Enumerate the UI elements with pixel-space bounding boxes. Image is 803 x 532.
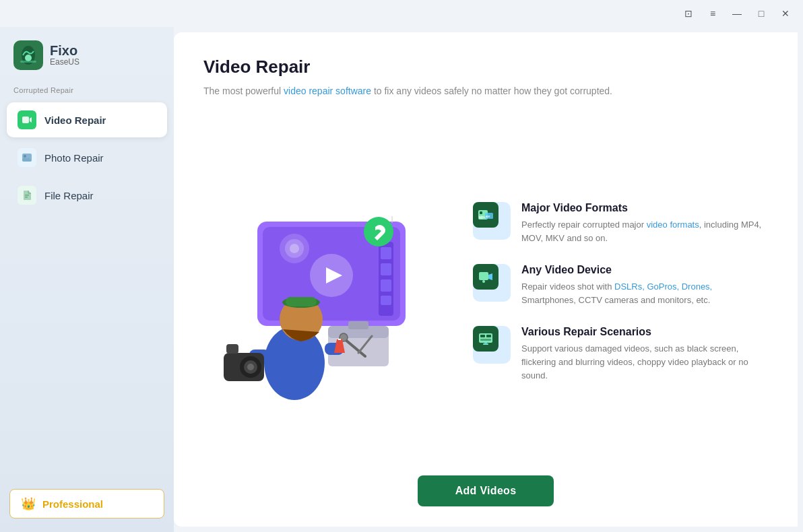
file-repair-icon xyxy=(18,186,36,205)
svg-rect-18 xyxy=(381,263,391,275)
svg-rect-29 xyxy=(286,297,317,306)
video-repair-label: Video Repair xyxy=(44,114,106,126)
pro-label: Professional xyxy=(42,498,103,510)
svg-rect-17 xyxy=(381,247,391,259)
logo-text: Fixo EaseUS xyxy=(50,44,79,67)
photo-repair-label: Photo Repair xyxy=(44,152,104,164)
close-button[interactable]: ✕ xyxy=(776,4,795,23)
svg-text:MP4: MP4 xyxy=(479,215,486,220)
feature-item-device: Any Video Device Repair videos shot with… xyxy=(473,264,768,307)
svg-rect-40 xyxy=(480,211,482,214)
sidebar-item-file-repair[interactable]: File Repair xyxy=(7,178,167,213)
app-container: Fixo EaseUS Corrupted Repair Video Repai… xyxy=(0,27,803,532)
features-list: MP4 AVI Major Video Formats Perfectly re… xyxy=(473,195,768,383)
svg-rect-50 xyxy=(480,339,491,341)
sidebar: Fixo EaseUS Corrupted Repair Video Repai… xyxy=(0,27,174,532)
page-subtitle: The most powerful video repair software … xyxy=(203,84,768,98)
svg-rect-49 xyxy=(486,335,491,337)
feature-desc-formats: Perfectly repair corrupted major video f… xyxy=(521,218,768,245)
app-name: Fixo xyxy=(50,44,79,57)
svg-rect-48 xyxy=(480,335,485,337)
svg-rect-3 xyxy=(20,61,36,63)
feature-item-scenarios: Various Repair Scenarios Support various… xyxy=(473,326,768,383)
svg-rect-20 xyxy=(381,296,391,305)
svg-point-34 xyxy=(247,364,254,370)
minimize-button[interactable]: — xyxy=(728,4,746,23)
svg-rect-35 xyxy=(226,344,238,354)
svg-rect-7 xyxy=(25,195,29,196)
bottom-area: Add Videos xyxy=(203,459,768,506)
subtitle-text-start: The most powerful xyxy=(203,86,284,96)
feature-icon-scenarios xyxy=(473,326,511,364)
sidebar-item-photo-repair[interactable]: Photo Repair xyxy=(7,140,167,175)
svg-rect-52 xyxy=(484,343,487,344)
svg-point-46 xyxy=(482,280,485,283)
svg-rect-19 xyxy=(381,279,391,292)
feature-icon-formats: MP4 AVI xyxy=(473,202,511,240)
section-label: Corrupted Repair xyxy=(0,86,174,101)
restore-button[interactable]: ⊡ xyxy=(679,4,698,23)
svg-rect-8 xyxy=(25,197,28,198)
file-repair-label: File Repair xyxy=(44,190,94,201)
photo-repair-icon xyxy=(18,148,36,167)
video-repair-icon xyxy=(18,110,36,129)
maximize-button[interactable]: □ xyxy=(752,4,771,23)
feature-item-formats: MP4 AVI Major Video Formats Perfectly re… xyxy=(473,202,768,245)
svg-point-2 xyxy=(25,55,32,61)
feature-icon-device xyxy=(473,264,511,302)
svg-text:AVI: AVI xyxy=(486,215,490,218)
svg-marker-45 xyxy=(488,273,492,280)
sidebar-item-video-repair[interactable]: Video Repair xyxy=(7,102,167,137)
svg-rect-4 xyxy=(22,117,29,123)
logo-area: Fixo EaseUS xyxy=(0,40,174,86)
menu-button[interactable]: ≡ xyxy=(703,4,722,23)
feature-title-scenarios: Various Repair Scenarios xyxy=(521,326,768,338)
feature-desc-device: Repair videos shot with DSLRs, GoPros, D… xyxy=(521,280,768,307)
feature-title-device: Any Video Device xyxy=(521,264,768,276)
illustration xyxy=(203,168,453,410)
professional-button[interactable]: 👑 Professional xyxy=(9,489,164,519)
svg-point-15 xyxy=(290,244,299,253)
add-videos-button[interactable]: Add Videos xyxy=(418,475,554,506)
app-logo-icon xyxy=(13,40,43,70)
feature-desc-scenarios: Support various damaged videos, such as … xyxy=(521,342,768,383)
app-sub: EaseUS xyxy=(50,57,79,67)
svg-rect-44 xyxy=(479,272,488,280)
title-bar: ⊡ ≡ — □ ✕ xyxy=(0,0,803,27)
crown-icon: 👑 xyxy=(21,496,36,511)
content-area: MP4 AVI Major Video Formats Perfectly re… xyxy=(203,119,768,459)
svg-point-25 xyxy=(364,217,393,246)
svg-rect-23 xyxy=(348,321,368,329)
subtitle-highlight: video repair software xyxy=(284,86,371,96)
feature-title-formats: Major Video Formats xyxy=(521,202,768,214)
subtitle-text-end: to fix any videos safely no matter how t… xyxy=(371,86,612,96)
main-content: Video Repair The most powerful video rep… xyxy=(174,32,798,527)
page-title: Video Repair xyxy=(203,57,768,77)
